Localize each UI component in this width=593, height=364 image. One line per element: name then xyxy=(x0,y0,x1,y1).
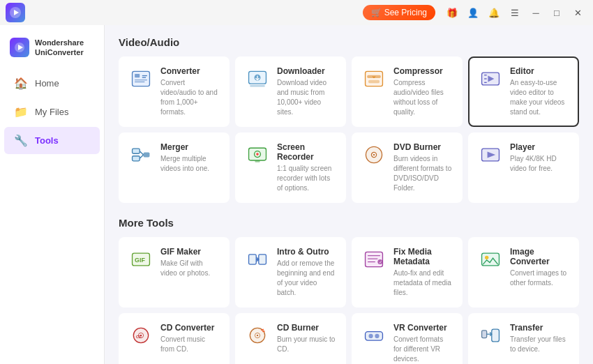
cd-burner-desc: Burn your music to CD. xyxy=(277,335,336,354)
files-icon: 📁 xyxy=(14,105,28,119)
svg-line-24 xyxy=(140,151,143,155)
gif-maker-desc: Make Gif with video or photos. xyxy=(160,259,220,278)
downloader-desc: Download video and music from 10,000+ vi… xyxy=(277,78,336,117)
transfer-desc: Transfer your files to device. xyxy=(510,335,569,354)
tool-compressor[interactable]: Compressor Compress audio/video files wi… xyxy=(352,56,463,127)
screen-recorder-desc: 1:1 quality screen recorder with lots of… xyxy=(277,164,336,193)
svg-text:✓: ✓ xyxy=(379,259,382,264)
user-icon[interactable]: 👤 xyxy=(463,3,483,22)
sidebar-item-myfiles[interactable]: 📁 My Files xyxy=(4,98,100,126)
player-info: Player Play 4K/8K HD video for free. xyxy=(510,142,569,174)
merger-name: Merger xyxy=(160,142,220,152)
downloader-icon-box xyxy=(245,66,270,91)
vr-converter-info: VR Converter Convert formats for differe… xyxy=(393,323,453,364)
svg-rect-14 xyxy=(366,71,383,86)
cd-converter-name: CD Converter xyxy=(160,323,220,333)
transfer-name: Transfer xyxy=(510,323,569,333)
svg-point-55 xyxy=(257,335,259,337)
image-converter-desc: Convert images to other formats. xyxy=(510,268,569,288)
maximize-button[interactable]: □ xyxy=(547,3,566,22)
svg-line-25 xyxy=(140,155,143,158)
home-icon: 🏠 xyxy=(14,77,28,90)
tool-gif-maker[interactable]: GIF GIF Maker Make Gif with video or pho… xyxy=(119,237,230,308)
title-bar-left xyxy=(6,3,25,22)
screen-recorder-info: Screen Recorder 1:1 quality screen recor… xyxy=(277,142,336,193)
svg-rect-62 xyxy=(482,331,487,338)
tool-converter[interactable]: Converter Convert video/audio to and fro… xyxy=(119,56,230,127)
editor-icon-box xyxy=(478,66,503,91)
svg-line-57 xyxy=(262,331,265,332)
player-desc: Play 4K/8K HD video for free. xyxy=(510,154,569,174)
tool-editor[interactable]: Editor An easy-to-use video editor to ma… xyxy=(468,56,579,127)
svg-rect-61 xyxy=(492,329,500,342)
svg-rect-23 xyxy=(133,156,140,161)
converter-info: Converter Convert video/audio to and fro… xyxy=(160,66,220,117)
notification-icon[interactable]: 🔔 xyxy=(484,3,504,22)
svg-rect-26 xyxy=(144,152,150,157)
tool-image-converter[interactable]: Image Converter Convert images to other … xyxy=(468,237,579,308)
sidebar: Wondershare UniConverter 🏠 Home 📁 My Fil… xyxy=(0,25,105,364)
tool-player[interactable]: Player Play 4K/8K HD video for free. xyxy=(468,132,579,203)
brand-line1: Wondershare xyxy=(35,38,84,47)
sidebar-item-tools[interactable]: 🔧 Tools xyxy=(4,127,100,154)
gif-maker-icon-box: GIF xyxy=(128,247,153,272)
tool-screen-recorder[interactable]: Screen Recorder 1:1 quality screen recor… xyxy=(235,132,346,203)
minimize-button[interactable]: ─ xyxy=(526,3,546,22)
intro-outro-desc: Add or remove the beginning and end of y… xyxy=(277,259,336,298)
title-bar: 🛒 See Pricing 🎁 👤 🔔 ☰ ─ □ ✕ xyxy=(0,0,593,25)
tools-icon: 🔧 xyxy=(14,134,28,147)
vr-converter-desc: Convert formats for different VR devices… xyxy=(393,335,453,364)
myfiles-label: My Files xyxy=(35,107,68,117)
svg-text:CD: CD xyxy=(136,335,142,339)
svg-rect-13 xyxy=(250,85,264,87)
section-video-audio-title: Video/Audio xyxy=(119,36,579,48)
svg-rect-4 xyxy=(133,71,150,86)
editor-desc: An easy-to-use video editor to make your… xyxy=(510,78,569,117)
svg-point-30 xyxy=(256,153,259,156)
svg-rect-5 xyxy=(135,74,140,77)
tool-vr-converter[interactable]: VR Converter Convert formats for differe… xyxy=(352,313,463,364)
tool-cd-converter[interactable]: CD CD Converter Convert music from CD. xyxy=(119,313,230,364)
converter-icon-box xyxy=(128,66,153,91)
image-converter-info: Image Converter Convert images to other … xyxy=(510,247,569,288)
sidebar-item-home[interactable]: 🏠 Home xyxy=(4,70,100,97)
brand: Wondershare UniConverter xyxy=(0,32,104,69)
dvd-burner-name: DVD Burner xyxy=(393,142,453,152)
converter-name: Converter xyxy=(160,66,220,76)
downloader-info: Downloader Download video and music from… xyxy=(277,66,336,117)
fix-media-metadata-icon-box: ✓ xyxy=(361,247,386,272)
transfer-icon-box xyxy=(478,323,503,348)
tool-fix-media-metadata[interactable]: ✓ Fix Media Metadata Auto-fix and edit m… xyxy=(352,237,463,308)
merger-icon-box xyxy=(128,142,153,167)
menu-icon[interactable]: ☰ xyxy=(505,3,525,22)
see-pricing-button[interactable]: 🛒 See Pricing xyxy=(363,5,435,20)
section-more-tools-title: More Tools xyxy=(119,217,579,229)
compressor-info: Compressor Compress audio/video files wi… xyxy=(393,66,453,117)
main-content: Video/Audio Converter Convert vid xyxy=(105,25,593,364)
tool-intro-outro[interactable]: Intro & Outro Add or remove the beginnin… xyxy=(235,237,346,308)
cd-converter-info: CD Converter Convert music from CD. xyxy=(160,323,220,354)
svg-rect-16 xyxy=(368,80,380,83)
fix-media-metadata-desc: Auto-fix and edit metadata of media file… xyxy=(393,268,453,298)
tool-dvd-burner[interactable]: DVD Burner Burn videos in different form… xyxy=(352,132,463,203)
player-icon-box xyxy=(478,142,503,167)
cd-burner-name: CD Burner xyxy=(277,323,336,333)
svg-rect-22 xyxy=(133,149,140,153)
intro-outro-name: Intro & Outro xyxy=(277,247,336,257)
intro-outro-icon-box xyxy=(245,247,270,272)
converter-desc: Convert video/audio to and from 1,000+ f… xyxy=(160,78,220,117)
screen-recorder-icon-box xyxy=(245,142,270,167)
close-button[interactable]: ✕ xyxy=(568,3,587,22)
tool-downloader[interactable]: Downloader Download video and music from… xyxy=(235,56,346,127)
brand-text: Wondershare UniConverter xyxy=(35,38,84,58)
merger-desc: Merge multiple videos into one. xyxy=(160,154,220,174)
tool-merger[interactable]: Merger Merge multiple videos into one. xyxy=(119,132,230,203)
tool-transfer[interactable]: Transfer Transfer your files to device. xyxy=(468,313,579,364)
pricing-label: See Pricing xyxy=(384,8,427,17)
fix-media-metadata-info: Fix Media Metadata Auto-fix and edit met… xyxy=(393,247,453,298)
app-logo xyxy=(6,3,25,22)
dvd-burner-info: DVD Burner Burn videos in different form… xyxy=(393,142,453,193)
gift-icon[interactable]: 🎁 xyxy=(442,3,462,22)
tool-cd-burner[interactable]: CD Burner Burn your music to CD. xyxy=(235,313,346,364)
compressor-desc: Compress audio/video files without loss … xyxy=(393,78,453,117)
